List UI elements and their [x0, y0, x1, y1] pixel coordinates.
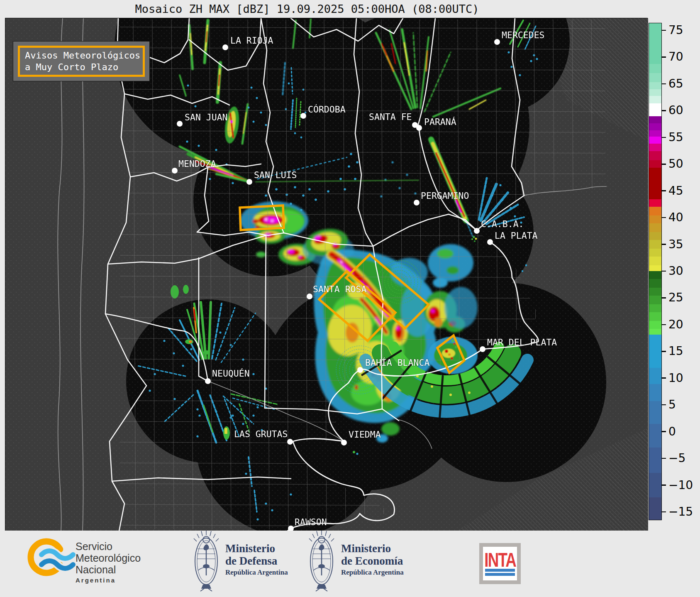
economia-text: Ministerio de Economía República Argenti…	[341, 542, 404, 577]
color-scale-tick-mark	[662, 137, 666, 138]
color-scale-tick-mark	[662, 511, 666, 513]
color-scale-tick-mark	[662, 244, 666, 245]
defensa-line1: Ministerio	[225, 542, 288, 555]
city-label: C.A.B.A.	[481, 219, 524, 229]
color-scale-tick-mark	[662, 351, 666, 352]
color-scale-segment	[649, 144, 661, 152]
city-dot	[474, 228, 480, 234]
color-scale-segment	[649, 384, 661, 401]
city-label: MERCEDES	[502, 30, 545, 40]
city-label: VIEDMA	[349, 429, 381, 440]
city-label: MAR DEL PLATA	[487, 337, 557, 347]
color-scale-tick-mark	[662, 404, 666, 406]
color-scale-segment	[649, 279, 661, 288]
city-label: SANTA ROSA	[313, 284, 366, 294]
color-scale-tick-mark	[662, 377, 666, 379]
color-scale-segment	[649, 151, 661, 160]
defensa-crest	[194, 531, 219, 591]
color-scale-tick-label: 50	[668, 157, 683, 171]
color-scale-tick-label: 0	[668, 425, 676, 438]
city-label: LA RIOJA	[230, 35, 273, 46]
color-scale-tick-mark	[662, 297, 666, 298]
color-scale-tick-label: 45	[668, 184, 683, 198]
color-scale-bar	[649, 23, 662, 520]
city-label: BAHÍA BLANCA	[365, 357, 429, 368]
smn-line1: Servicio	[76, 541, 141, 552]
color-scale-segment	[649, 312, 661, 321]
color-scale-segment	[649, 329, 661, 335]
color-scale-tick-label: 60	[668, 103, 683, 117]
city-dot	[487, 239, 493, 245]
color-scale-tick-label: 5	[668, 398, 676, 411]
city-label: SAN LUIS	[254, 170, 297, 180]
color-scale-tick-mark	[662, 30, 666, 31]
city-dot	[416, 125, 422, 131]
footer: Servicio Meteorológico Nacional Argentin…	[0, 531, 700, 597]
city-label: SAN JUAN	[185, 112, 228, 122]
defensa-line2: de Defensa	[225, 555, 288, 567]
city-dot	[172, 168, 178, 174]
color-scale-tick-label: 70	[668, 50, 683, 64]
color-scale-segment	[649, 271, 661, 279]
color-scale-tick-label: 20	[668, 318, 683, 331]
color-scale-tick-label: 35	[668, 237, 683, 251]
economia-line2: de Economía	[341, 555, 404, 567]
defensa-line3: República Argentina	[225, 568, 288, 577]
color-scale-segment	[649, 160, 661, 168]
color-scale-tick-mark	[662, 431, 666, 432]
color-scale-tick-label: −5	[668, 451, 685, 465]
city-label: LAS GRUTAS	[234, 429, 288, 439]
city-dot	[341, 440, 347, 445]
city-dot	[287, 439, 293, 445]
color-scale-segment	[649, 257, 661, 265]
color-scale-tick-label: −15	[668, 505, 693, 519]
city-label: PERGAMINO	[421, 191, 469, 201]
color-scale-segment	[649, 497, 661, 520]
color-scale-tick-mark	[662, 164, 666, 165]
color-scale-segment	[649, 368, 661, 384]
color-scale-segment	[649, 223, 661, 232]
city-label: CÓRDOBA	[308, 104, 346, 115]
color-scale-tick-mark	[662, 56, 666, 58]
color-scale-segment	[649, 401, 661, 424]
color-scale-tick-label: 40	[668, 210, 683, 224]
economia-line1: Ministerio	[341, 542, 404, 555]
color-scale-segment	[649, 123, 661, 130]
color-scale-tick-mark	[662, 271, 666, 272]
color-scale-segment	[649, 168, 661, 200]
color-scale-tick-mark	[662, 484, 666, 486]
color-scale-tick-label: −10	[668, 478, 693, 492]
color-scale-segment	[649, 232, 661, 240]
warning-legend: Avisos Meteorológicos a Muy Corto Plazo	[13, 41, 150, 81]
radar-map: LA RIOJAMERCEDESSAN JUANCÓRDOBASANTA FEP…	[5, 18, 648, 531]
city-label: MENDOZA	[178, 159, 216, 169]
color-scale-segment	[649, 424, 661, 448]
inta-wordmark: INTA	[484, 550, 516, 569]
color-scale-segment	[649, 448, 661, 473]
city-dot	[177, 121, 183, 127]
color-scale-segment	[649, 207, 661, 215]
city-label: LA PLATA	[495, 230, 538, 241]
color-scale-tick-label: 65	[668, 77, 683, 91]
color-scale-segment	[649, 335, 661, 368]
color-scale-tick-label: 15	[668, 344, 683, 358]
color-scale-tick-mark	[662, 324, 666, 325]
warning-legend-line1: Avisos Meteorológicos	[25, 50, 143, 61]
color-scale-segment	[649, 199, 661, 207]
city-dot	[222, 44, 228, 50]
color-scale-tick-label: 30	[668, 264, 683, 278]
warning-legend-border: Avisos Meteorológicos a Muy Corto Plazo	[18, 46, 145, 77]
smn-line2: Meteorológico	[76, 552, 141, 564]
color-scale-segment	[649, 265, 661, 272]
inta-logo: INTA	[479, 543, 521, 584]
color-scale-tick-label: 25	[668, 291, 683, 304]
inta-logo-inner: INTA	[483, 547, 517, 580]
economia-crest	[309, 531, 334, 591]
color-scale-segment	[649, 116, 661, 123]
color-scale-segment	[649, 240, 661, 249]
economia-line3: República Argentina	[341, 568, 404, 577]
color-scale-tick-mark	[662, 83, 666, 85]
inta-bar-2	[485, 573, 515, 576]
color-scale-segment	[649, 73, 661, 82]
city-dot	[414, 200, 420, 206]
